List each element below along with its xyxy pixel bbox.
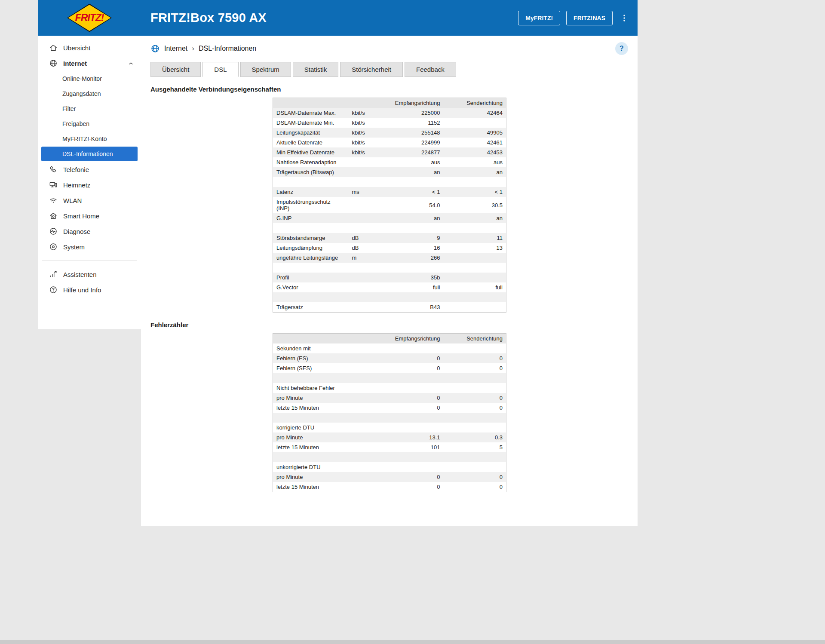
sidebar-item-filter[interactable]: Filter — [41, 101, 138, 116]
cell-rx: 266 — [392, 253, 444, 263]
cell-rx: 1152 — [392, 118, 444, 128]
kebab-menu-icon[interactable] — [618, 11, 631, 25]
cell-unit: dB — [349, 233, 392, 243]
cell-label: Nicht behebbare Fehler — [273, 383, 392, 393]
assistant-icon — [49, 270, 58, 279]
sidebar-item-dsl-informationen[interactable]: DSL-Informationen — [41, 147, 138, 161]
cell-rx: B43 — [392, 302, 444, 313]
myfritz-button[interactable]: MyFRITZ! — [518, 11, 560, 25]
spacer-row — [273, 292, 506, 302]
cell-label: Fehlern (ES) — [273, 353, 392, 363]
spacer-cell — [273, 373, 506, 383]
logo-area[interactable]: FRITZ! — [38, 4, 141, 32]
section-title-connection: Ausgehandelte Verbindungseigenschaften — [150, 86, 638, 93]
system-icon — [49, 242, 58, 251]
cell-tx — [444, 253, 506, 263]
header-cell-label — [273, 334, 392, 344]
breadcrumb-item-internet[interactable]: Internet — [164, 45, 187, 52]
cell-tx: 0 — [444, 403, 506, 413]
sidebar-item-diagnose[interactable]: Diagnose — [38, 224, 141, 239]
cell-unit: kbit/s — [349, 108, 392, 118]
spacer-cell — [273, 263, 506, 273]
sidebar-divider — [42, 261, 137, 261]
cell-unit: kbit/s — [349, 147, 392, 157]
diagnose-icon — [49, 227, 58, 236]
sidebar-item-telefonie[interactable]: Telefonie — [38, 162, 141, 177]
cell-rx — [392, 423, 444, 432]
table-header-row: Empfangsrichtung Senderichtung — [273, 98, 506, 108]
cell-tx: 0 — [444, 393, 506, 403]
table-row: Latenzms< 1< 1 — [273, 187, 506, 197]
cell-tx: 0 — [444, 353, 506, 363]
tab-uebersicht[interactable]: Übersicht — [150, 62, 201, 77]
tab-dsl[interactable]: DSL — [202, 62, 238, 77]
cell-rx — [392, 462, 444, 472]
tab-spektrum[interactable]: Spektrum — [240, 62, 291, 77]
cell-tx: 0 — [444, 363, 506, 373]
cell-label: letzte 15 Minuten — [273, 482, 392, 492]
header-cell-tx: Senderichtung — [444, 98, 506, 108]
cell-rx: 54.0 — [392, 197, 444, 213]
sidebar-item-heimnetz[interactable]: Heimnetz — [38, 177, 141, 193]
sidebar-item-system[interactable]: System — [38, 239, 141, 255]
fritz-logo-text: FRITZ! — [75, 12, 104, 24]
cell-tx: 49905 — [444, 128, 506, 138]
header-cell-tx: Senderichtung — [444, 334, 506, 344]
sidebar-item-myfritz-konto[interactable]: MyFRITZ!-Konto — [41, 132, 138, 146]
cell-label: Impulsstörungsschutz (INP) — [273, 197, 349, 213]
help-button[interactable]: ? — [615, 42, 628, 55]
tab-statistik[interactable]: Statistik — [293, 62, 339, 77]
app-window: FRITZ! FRITZ!Box 7590 AX MyFRITZ!FRITZ!N… — [38, 0, 638, 526]
sidebar-item-internet[interactable]: Internet — [38, 55, 141, 71]
cell-tx — [444, 273, 506, 282]
table-group-row: Sekunden mit — [273, 343, 506, 353]
app-title: FRITZ!Box 7590 AX — [150, 11, 267, 25]
horizontal-scrollbar[interactable] — [0, 640, 825, 644]
header-bar: FRITZ! FRITZ!Box 7590 AX MyFRITZ!FRITZ!N… — [38, 0, 638, 36]
sidebar-item-uebersicht[interactable]: Übersicht — [38, 40, 141, 55]
cell-label: Min Effektive Datenrate — [273, 147, 349, 157]
sidebar-item-label: Assistenten — [63, 271, 97, 278]
spacer-cell — [273, 177, 506, 187]
cell-label: DSLAM-Datenrate Max. — [273, 108, 349, 118]
cell-tx: 0.3 — [444, 432, 506, 442]
cell-tx: < 1 — [444, 187, 506, 197]
sidebar-item-freigaben[interactable]: Freigaben — [41, 117, 138, 131]
cell-rx: aus — [392, 157, 444, 167]
table-header-row: Empfangsrichtung Senderichtung — [273, 334, 506, 344]
header-cell-rx: Empfangsrichtung — [392, 334, 444, 344]
connection-table: Empfangsrichtung Senderichtung DSLAM-Dat… — [273, 98, 506, 313]
sidebar-item-zugangsdaten[interactable]: Zugangsdaten — [41, 86, 138, 101]
cell-label: ungefähre Leitungslänge — [273, 253, 349, 263]
cell-tx: full — [444, 282, 506, 292]
cell-tx: aus — [444, 157, 506, 167]
tab-feedback[interactable]: Feedback — [405, 62, 456, 77]
cell-tx — [444, 118, 506, 128]
table-row: Trägertausch (Bitswap)anan — [273, 167, 506, 177]
fritz-nas-button[interactable]: FRITZ!NAS — [566, 11, 613, 25]
tab-stoersicherheit[interactable]: Störsicherheit — [340, 62, 403, 77]
sidebar-item-online-monitor[interactable]: Online-Monitor — [41, 71, 138, 86]
table-row: Aktuelle Datenratekbit/s22499942461 — [273, 138, 506, 147]
cell-label: Trägertausch (Bitswap) — [273, 167, 349, 177]
wifi-icon — [49, 196, 58, 205]
cell-label: Fehlern (SES) — [273, 363, 392, 373]
table-row: DSLAM-Datenrate Min.kbit/s1152 — [273, 118, 506, 128]
sidebar-item-label: Telefonie — [63, 166, 89, 173]
breadcrumb: Internet›DSL-Informationen ? — [141, 36, 638, 55]
cell-tx — [444, 343, 506, 353]
sidebar-item-wlan[interactable]: WLAN — [38, 193, 141, 208]
sidebar-item-label: Diagnose — [63, 228, 90, 235]
spacer-cell — [273, 223, 506, 233]
sidebar-nav: ÜbersichtInternetOnline-MonitorZugangsda… — [38, 36, 141, 329]
cell-unit — [349, 302, 392, 313]
spacer-cell — [273, 292, 506, 302]
sidebar-item-smart-home[interactable]: Smart Home — [38, 208, 141, 224]
chevron-up-icon — [128, 60, 134, 67]
cell-label: letzte 15 Minuten — [273, 403, 392, 413]
table-row: Leitungskapazitätkbit/s25514849905 — [273, 128, 506, 138]
sidebar-item-hilfe-und-info[interactable]: Hilfe und Info — [38, 282, 141, 297]
cell-tx: 5 — [444, 442, 506, 452]
cell-label: Leitungsdämpfung — [273, 243, 349, 253]
sidebar-item-assistenten[interactable]: Assistenten — [38, 267, 141, 282]
